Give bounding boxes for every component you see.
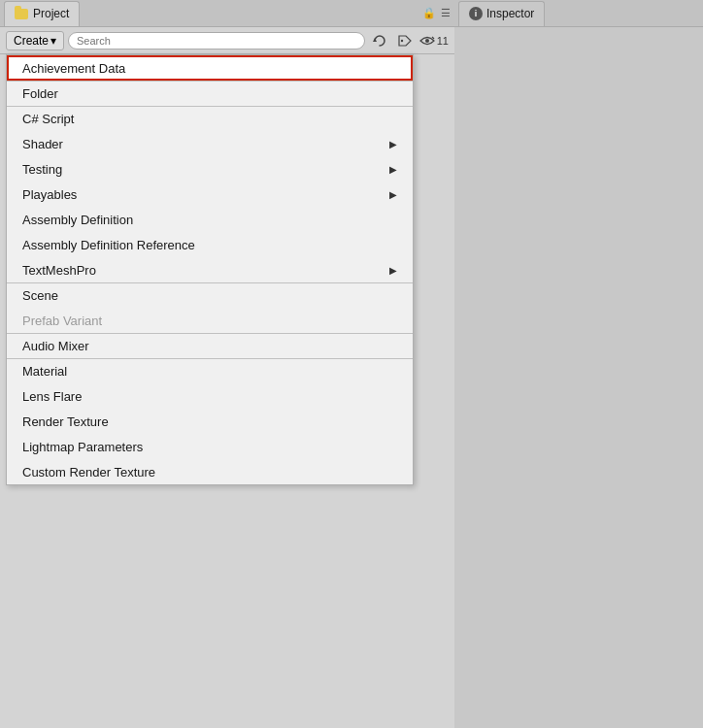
menu-item-label-achievement-data: Achievement Data — [22, 61, 125, 76]
tag-button[interactable] — [394, 30, 416, 51]
tag-icon — [398, 35, 412, 47]
menu-item-label-material: Material — [22, 364, 67, 379]
menu-item-label-custom-render-texture: Custom Render Texture — [22, 465, 155, 480]
menu-item-custom-render-texture[interactable]: Custom Render Texture — [7, 459, 413, 484]
menu-item-scene[interactable]: Scene — [7, 282, 413, 308]
menu-item-label-textmeshpro: TextMeshPro — [22, 263, 96, 278]
inspector-tab-bar: i Inspector — [454, 0, 703, 27]
create-dropdown-menu: Achievement DataFolderC# ScriptShader▶Te… — [6, 54, 414, 485]
menu-item-label-assembly-definition-reference: Assembly Definition Reference — [22, 238, 195, 252]
menu-item-achievement-data[interactable]: Achievement Data — [7, 55, 413, 81]
menu-item-lens-flare[interactable]: Lens Flare — [7, 383, 413, 409]
refresh-button[interactable] — [369, 30, 390, 51]
menu-item-playables[interactable]: Playables▶ — [7, 182, 413, 207]
menu-item-label-lens-flare: Lens Flare — [22, 389, 82, 404]
menu-item-shader[interactable]: Shader▶ — [7, 131, 413, 156]
create-dropdown-arrow: ▾ — [50, 34, 56, 48]
project-tab[interactable]: Project — [4, 1, 80, 26]
menu-item-label-csharp-script: C# Script — [22, 112, 74, 126]
menu-item-label-prefab-variant: Prefab Variant — [22, 314, 102, 328]
menu-item-label-shader: Shader — [22, 137, 63, 151]
menu-item-render-texture[interactable]: Render Texture — [7, 409, 413, 434]
menu-item-assembly-definition[interactable]: Assembly Definition — [7, 207, 413, 232]
menu-item-label-lightmap-parameters: Lightmap Parameters — [22, 440, 143, 454]
eye-count-container[interactable]: 11 — [419, 35, 449, 47]
menu-item-folder[interactable]: Folder — [7, 81, 413, 106]
menu-icon: ☰ — [441, 7, 451, 19]
menu-item-arrow-textmeshpro: ▶ — [389, 265, 397, 276]
inspector-panel: i Inspector — [454, 0, 703, 728]
svg-point-1 — [401, 39, 403, 41]
lock-icon: 🔒 — [422, 7, 436, 19]
inspector-tab[interactable]: i Inspector — [458, 1, 545, 26]
menu-item-assembly-definition-reference[interactable]: Assembly Definition Reference — [7, 232, 413, 257]
inspector-tab-label: Inspector — [486, 7, 534, 20]
search-input[interactable] — [68, 32, 365, 50]
svg-line-3 — [432, 37, 434, 39]
menu-item-label-audio-mixer: Audio Mixer — [22, 339, 89, 353]
create-button[interactable]: Create ▾ — [6, 31, 64, 50]
menu-item-material[interactable]: Material — [7, 358, 413, 383]
eye-count-label: 11 — [437, 35, 449, 47]
eye-icon — [419, 36, 435, 46]
main-container: Project 🔒 ☰ Create ▾ — [0, 0, 703, 728]
menu-item-testing[interactable]: Testing▶ — [7, 156, 413, 182]
menu-item-arrow-playables: ▶ — [389, 189, 397, 200]
menu-item-label-folder: Folder — [22, 86, 58, 101]
project-tab-bar: Project 🔒 ☰ — [0, 0, 454, 27]
menu-item-prefab-variant[interactable]: Prefab Variant — [7, 308, 413, 333]
info-icon: i — [469, 7, 483, 20]
menu-item-label-testing: Testing — [22, 162, 62, 177]
create-label: Create — [14, 34, 49, 48]
svg-point-2 — [425, 39, 429, 43]
menu-item-csharp-script[interactable]: C# Script — [7, 106, 413, 131]
menu-item-label-scene: Scene — [22, 288, 58, 303]
menu-item-arrow-shader: ▶ — [389, 139, 397, 149]
menu-item-arrow-testing: ▶ — [389, 164, 397, 175]
project-toolbar: Create ▾ — [0, 27, 454, 54]
menu-item-label-render-texture: Render Texture — [22, 414, 109, 429]
menu-item-label-assembly-definition: Assembly Definition — [22, 213, 133, 227]
refresh-icon — [373, 34, 386, 48]
project-panel: Project 🔒 ☰ Create ▾ — [0, 0, 454, 728]
project-tab-label: Project — [33, 7, 69, 20]
folder-icon — [15, 9, 28, 19]
tab-bar-right-icons: 🔒 ☰ — [422, 7, 451, 19]
menu-item-audio-mixer[interactable]: Audio Mixer — [7, 333, 413, 358]
menu-item-label-playables: Playables — [22, 187, 77, 202]
menu-item-lightmap-parameters[interactable]: Lightmap Parameters — [7, 434, 413, 459]
menu-item-textmeshpro[interactable]: TextMeshPro▶ — [7, 257, 413, 282]
